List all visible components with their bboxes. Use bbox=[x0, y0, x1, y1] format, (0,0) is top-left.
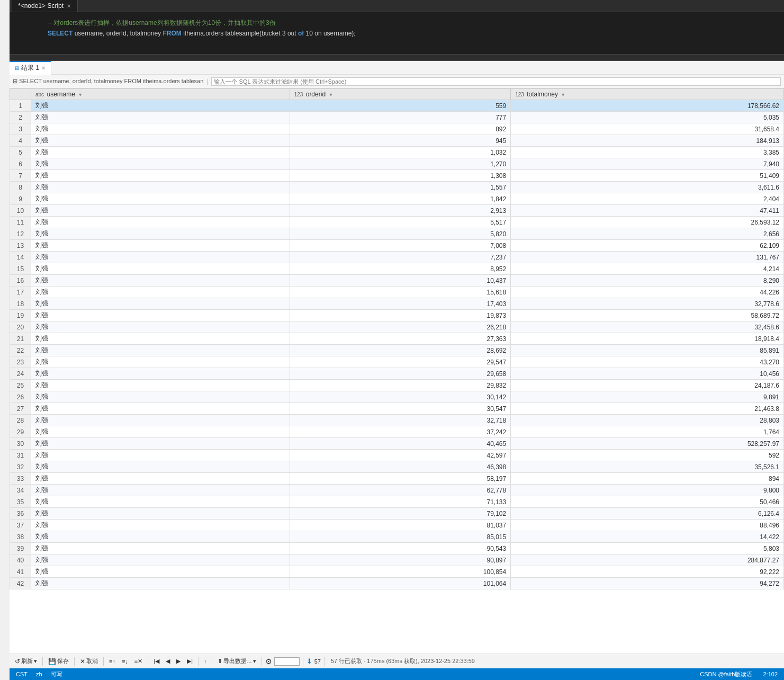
column-header-username[interactable]: abc username ▼ bbox=[31, 89, 290, 100]
cell-orderid: 58,197 bbox=[290, 473, 511, 485]
cell-totalmoney: 88,496 bbox=[511, 520, 784, 531]
row-number: 24 bbox=[10, 368, 31, 380]
results-table-container[interactable]: abc username ▼ 123 orderid ▼ 123 totalmo… bbox=[10, 88, 784, 654]
filter-button[interactable]: ≡✕ bbox=[132, 657, 145, 665]
table-row[interactable]: 9刘强1,8422,404 bbox=[10, 193, 784, 205]
editor-tab-script[interactable]: *<node1> Script ✕ bbox=[12, 0, 78, 12]
cell-orderid: 1,032 bbox=[290, 147, 511, 158]
table-row[interactable]: 13刘强7,00862,109 bbox=[10, 240, 784, 252]
row-number: 4 bbox=[10, 135, 31, 147]
table-row[interactable]: 16刘强10,4378,290 bbox=[10, 275, 784, 287]
sort-desc-button[interactable]: ≡↓ bbox=[120, 658, 130, 665]
table-row[interactable]: 27刘强30,54721,463.8 bbox=[10, 403, 784, 415]
sort-desc-icon-3[interactable]: ▼ bbox=[561, 92, 565, 97]
table-row[interactable]: 2刘强7775,035 bbox=[10, 112, 784, 123]
row-number: 38 bbox=[10, 531, 31, 543]
limit-input[interactable]: 200 bbox=[274, 657, 300, 666]
column-header-orderid[interactable]: 123 orderid ▼ bbox=[290, 89, 511, 100]
table-row[interactable]: 1刘强559178,566.62 bbox=[10, 100, 784, 112]
table-row[interactable]: 29刘强37,2421,764 bbox=[10, 426, 784, 438]
table-row[interactable]: 36刘强79,1026,126.4 bbox=[10, 508, 784, 520]
cell-username: 刘强 bbox=[31, 263, 290, 275]
refresh-dropdown-icon[interactable]: ▾ bbox=[34, 658, 37, 665]
table-row[interactable]: 35刘强71,13350,466 bbox=[10, 496, 784, 508]
table-row[interactable]: 7刘强1,30851,409 bbox=[10, 170, 784, 182]
cell-orderid: 10,437 bbox=[290, 275, 511, 287]
cell-username: 刘强 bbox=[31, 135, 290, 147]
table-row[interactable]: 12刘强5,8202,656 bbox=[10, 228, 784, 240]
table-row[interactable]: 4刘强945184,913 bbox=[10, 135, 784, 147]
cell-username: 刘强 bbox=[31, 287, 290, 298]
table-row[interactable]: 3刘强89231,658.4 bbox=[10, 123, 784, 135]
cell-username: 刘强 bbox=[31, 578, 290, 589]
first-page-button[interactable]: |◀ bbox=[151, 657, 161, 665]
cell-username: 刘强 bbox=[31, 345, 290, 356]
table-row[interactable]: 8刘强1,5573,611.6 bbox=[10, 182, 784, 193]
cell-orderid: 100,854 bbox=[290, 566, 511, 578]
row-number: 7 bbox=[10, 170, 31, 182]
prev-page-button[interactable]: ◀ bbox=[164, 657, 172, 665]
cell-username: 刘强 bbox=[31, 217, 290, 228]
results-tab-close-icon[interactable]: ✕ bbox=[41, 65, 46, 71]
next-page-button[interactable]: ▶ bbox=[174, 657, 183, 665]
row-number: 18 bbox=[10, 298, 31, 310]
table-row[interactable]: 14刘强7,237131,767 bbox=[10, 252, 784, 263]
table-row[interactable]: 34刘强62,7789,800 bbox=[10, 485, 784, 496]
sort-desc-icon-2[interactable]: ▼ bbox=[328, 92, 333, 97]
table-row[interactable]: 33刘强58,197894 bbox=[10, 473, 784, 485]
table-row[interactable]: 39刘强90,5435,803 bbox=[10, 543, 784, 554]
table-row[interactable]: 6刘强1,2707,940 bbox=[10, 158, 784, 170]
cell-totalmoney: 21,463.8 bbox=[511, 403, 784, 415]
table-row[interactable]: 19刘强19,87358,689.72 bbox=[10, 310, 784, 321]
sort-desc-icon[interactable]: ▼ bbox=[78, 92, 83, 97]
row-number: 39 bbox=[10, 543, 31, 554]
save-button[interactable]: 💾 保存 bbox=[46, 657, 71, 666]
table-row[interactable]: 30刘强40,465528,257.97 bbox=[10, 438, 784, 450]
table-row[interactable]: 18刘强17,40332,778.6 bbox=[10, 298, 784, 310]
table-row[interactable]: 15刘强8,9524,214 bbox=[10, 263, 784, 275]
table-row[interactable]: 17刘强15,61844,226 bbox=[10, 287, 784, 298]
table-row[interactable]: 42刘强101,06494,272 bbox=[10, 578, 784, 589]
table-row[interactable]: 11刘强5,51726,593.12 bbox=[10, 217, 784, 228]
tab-close-icon[interactable]: ✕ bbox=[67, 3, 71, 9]
table-row[interactable]: 10刘强2,91347,411 bbox=[10, 205, 784, 217]
table-row[interactable]: 41刘强100,85492,222 bbox=[10, 566, 784, 578]
jump-to-button[interactable]: ↑ bbox=[202, 658, 209, 665]
editor-area: -- 对orders表进行抽样，依据username列将数据随机分为10份，并抽… bbox=[10, 12, 784, 55]
column-header-totalmoney[interactable]: 123 totalmoney ▼ bbox=[511, 89, 784, 100]
table-row[interactable]: 38刘强85,01514,422 bbox=[10, 531, 784, 543]
cell-orderid: 892 bbox=[290, 123, 511, 135]
export-dropdown-icon[interactable]: ▾ bbox=[253, 658, 256, 665]
table-row[interactable]: 23刘强29,54743,270 bbox=[10, 356, 784, 368]
table-row[interactable]: 37刘强81,03788,496 bbox=[10, 520, 784, 531]
tab-label: *<node1> Script bbox=[18, 2, 64, 10]
bottom-toolbar: ↺ 刷新 ▾ 💾 保存 ✕ 取消 ≡↑ ≡↓ ≡✕ bbox=[10, 654, 784, 668]
cell-orderid: 29,658 bbox=[290, 368, 511, 380]
table-row[interactable]: 28刘强32,71828,803 bbox=[10, 415, 784, 426]
results-tab-1[interactable]: ⊞ 结果 1 ✕ bbox=[10, 61, 51, 75]
export-button[interactable]: ⬆ 导出数据... ▾ bbox=[215, 657, 258, 666]
table-row[interactable]: 40刘强90,897284,877.27 bbox=[10, 554, 784, 566]
table-row[interactable]: 20刘强26,21832,458.6 bbox=[10, 321, 784, 333]
table-row[interactable]: 32刘强46,39835,526.1 bbox=[10, 461, 784, 473]
cancel-button[interactable]: ✕ 取消 bbox=[78, 657, 100, 666]
filter-input[interactable] bbox=[211, 77, 781, 86]
horizontal-scrollbar[interactable] bbox=[10, 55, 784, 61]
cell-totalmoney: 26,593.12 bbox=[511, 217, 784, 228]
table-row[interactable]: 22刘强28,69285,891 bbox=[10, 345, 784, 356]
cell-orderid: 27,363 bbox=[290, 333, 511, 345]
filter-icon: ≡✕ bbox=[134, 658, 142, 665]
sort-asc-button[interactable]: ≡↑ bbox=[107, 658, 118, 665]
cell-username: 刘强 bbox=[31, 473, 290, 485]
table-row[interactable]: 26刘强30,1429,891 bbox=[10, 391, 784, 403]
table-row[interactable]: 21刘强27,36318,918.4 bbox=[10, 333, 784, 345]
table-row[interactable]: 31刘强42,597592 bbox=[10, 450, 784, 461]
last-page-button[interactable]: ▶| bbox=[185, 657, 195, 665]
settings-icon[interactable]: ⚙ bbox=[265, 657, 272, 666]
table-row[interactable]: 24刘强29,65810,456 bbox=[10, 368, 784, 380]
cell-username: 刘强 bbox=[31, 193, 290, 205]
table-row[interactable]: 5刘强1,0323,385 bbox=[10, 147, 784, 158]
cell-orderid: 2,913 bbox=[290, 205, 511, 217]
refresh-button[interactable]: ↺ 刷新 ▾ bbox=[13, 657, 39, 666]
table-row[interactable]: 25刘强29,83224,187.6 bbox=[10, 380, 784, 391]
